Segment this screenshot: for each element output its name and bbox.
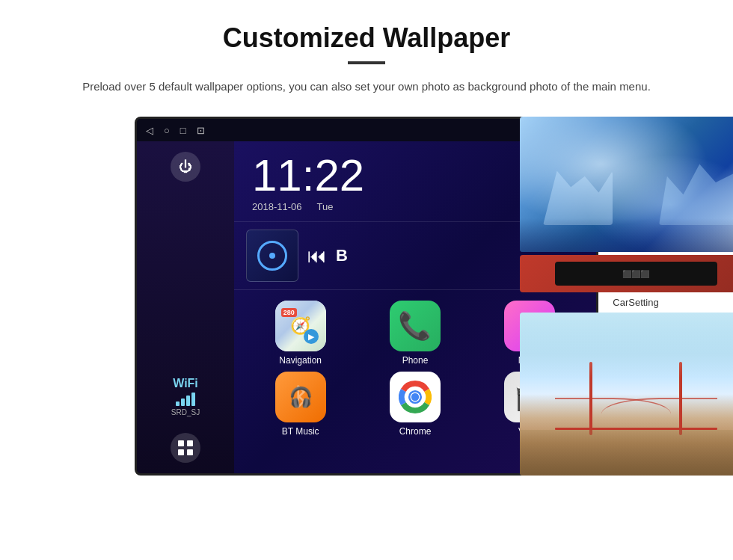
wallpaper-bridge[interactable] (520, 313, 733, 476)
bt-music-label: BT Music (282, 426, 319, 437)
cable-right (601, 398, 717, 431)
wifi-info: WiFi SRD_SJ (171, 377, 200, 416)
nav-map-bg: 280 🧭 ▶ (275, 301, 326, 351)
status-left: ◁ ○ □ ⊡ (146, 125, 205, 136)
page-subtitle: Preload over 5 default wallpaper options… (45, 78, 688, 96)
nav-badge: 280 (281, 308, 297, 317)
chrome-icon (390, 372, 441, 422)
recents-btn[interactable]: □ (180, 125, 186, 136)
device-screen: ⬛⬛⬛ (555, 262, 717, 286)
wifi-ssid: SRD_SJ (171, 408, 200, 416)
page-title: Customized Wallpaper (45, 22, 688, 54)
svg-rect-2 (178, 449, 184, 455)
power-button[interactable]: ⏻ (171, 152, 200, 182)
svg-rect-1 (187, 440, 193, 446)
grid-icon (177, 440, 194, 456)
wifi-label: WiFi (173, 377, 198, 390)
device-screen-content: ⬛⬛⬛ (622, 270, 649, 278)
wallpaper-previews: ⬛⬛⬛ CarSetting (520, 117, 733, 476)
bt-icon: 🎧 ᛒ (275, 372, 326, 422)
navigation-label: Navigation (279, 355, 322, 366)
power-icon: ⏻ (179, 159, 192, 175)
chrome-svg (399, 381, 432, 413)
wireless-icon (257, 241, 287, 271)
wifi-bar-2 (181, 399, 185, 406)
wifi-bars (176, 393, 195, 406)
ice-gradient (520, 218, 733, 252)
mist (520, 313, 733, 378)
water (520, 430, 733, 476)
screen-area: ◁ ○ □ ⊡ 📍 ▼ 11:22 ⏻ (45, 117, 688, 476)
wifi-bar-1 (176, 401, 180, 406)
phone-label: Phone (402, 355, 429, 366)
nav-arrow: ▶ (304, 329, 319, 344)
day-value: Tue (317, 201, 334, 212)
carsetting-label: CarSetting (613, 297, 658, 308)
sidebar: ⏻ WiFi SRD_SJ (137, 141, 234, 473)
screenshot-btn[interactable]: ⊡ (197, 125, 205, 136)
app-label-b: B (336, 246, 348, 265)
phone-symbol: 📞 (398, 310, 432, 342)
navigation-icon: 280 🧭 ▶ (275, 301, 326, 351)
home-btn[interactable]: ○ (164, 125, 170, 136)
prev-track-button[interactable]: ⏮ (307, 244, 327, 268)
wallpaper-ice[interactable] (520, 117, 733, 252)
date-value: 2018-11-06 (252, 201, 302, 212)
chrome-label: Chrome (399, 426, 432, 437)
page-wrapper: Customized Wallpaper Preload over 5 defa… (0, 0, 733, 490)
svg-rect-0 (178, 440, 184, 446)
headphone-symbol: 🎧 (289, 386, 313, 409)
svg-point-7 (411, 393, 419, 401)
carsetting-area: CarSetting (520, 295, 733, 310)
app-navigation[interactable]: 280 🧭 ▶ Navigation (246, 301, 355, 366)
back-btn[interactable]: ◁ (146, 125, 153, 136)
apps-button[interactable] (171, 433, 200, 463)
app-phone[interactable]: 📞 Phone (361, 301, 469, 366)
media-app-icon[interactable] (246, 230, 298, 282)
svg-rect-3 (187, 449, 193, 455)
app-bt-music[interactable]: 🎧 ᛒ BT Music (246, 372, 355, 437)
wifi-bar-3 (186, 396, 190, 406)
wifi-bar-4 (191, 393, 195, 406)
phone-icon: 📞 (390, 301, 441, 351)
device-preview-bar: ⬛⬛⬛ (520, 255, 733, 292)
app-chrome[interactable]: Chrome (361, 372, 469, 437)
wifi-dot (269, 253, 275, 259)
title-divider (348, 61, 385, 64)
